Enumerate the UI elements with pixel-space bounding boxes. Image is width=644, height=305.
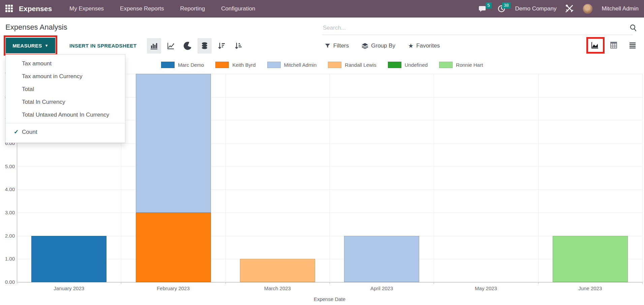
x-axis-tick (121, 282, 121, 284)
legend-swatch (161, 62, 175, 68)
x-axis-label: April 2023 (330, 285, 434, 291)
legend-swatch (388, 62, 401, 68)
check-icon: ✓ (14, 125, 19, 139)
legend-item[interactable]: Marc Demo (161, 62, 204, 68)
bar-segment[interactable] (240, 259, 315, 282)
y-axis-label: 5.00 (0, 163, 15, 169)
x-axis-tick (538, 282, 539, 284)
bar-segment[interactable] (136, 74, 211, 213)
legend-item[interactable]: Mitchell Admin (267, 62, 317, 68)
legend-swatch (267, 62, 281, 68)
y-axis-label: 4.00 (0, 186, 15, 192)
expenses-analysis-chart: Marc DemoKeith ByrdMitchell AdminRandall… (0, 0, 644, 305)
bar-segment[interactable] (136, 213, 211, 282)
menu-item-total[interactable]: Total (6, 83, 125, 96)
menu-item-tax-amount-in-currency[interactable]: Tax amount in Currency (6, 70, 125, 83)
x-axis-tick (225, 282, 226, 284)
grid-line (642, 74, 643, 282)
menu-item-tax-amount[interactable]: Tax amount (6, 57, 125, 70)
legend-item[interactable]: Keith Byrd (215, 62, 255, 68)
legend-label: Randall Lewis (345, 62, 376, 68)
legend-item[interactable]: Ronnie Hart (439, 62, 483, 68)
x-axis-tick (17, 282, 17, 284)
x-axis-tick (330, 282, 330, 284)
y-axis-label: 2.00 (0, 233, 15, 239)
bar-segment[interactable] (344, 236, 419, 282)
menu-separator (6, 123, 125, 123)
legend-label: Ronnie Hart (456, 62, 483, 68)
y-axis-label: 1.00 (0, 256, 15, 262)
y-axis-label: 3.00 (0, 210, 15, 215)
legend-label: Marc Demo (178, 62, 204, 68)
x-axis-label: February 2023 (121, 285, 225, 291)
x-axis-label: June 2023 (538, 285, 642, 291)
x-axis-label: May 2023 (434, 285, 538, 291)
legend-swatch (328, 62, 341, 68)
x-axis-tick (642, 282, 643, 284)
grid-line (225, 74, 226, 282)
x-axis-label: January 2023 (17, 285, 121, 291)
legend-label: Keith Byrd (232, 62, 255, 68)
bar-segment[interactable] (553, 236, 628, 282)
legend-item[interactable]: Undefined (388, 62, 428, 68)
x-axis-tick (434, 282, 434, 284)
menu-item-total-in-currency[interactable]: Total In Currency (6, 96, 125, 109)
grid-line (538, 74, 539, 282)
measures-dropdown: Tax amount Tax amount in Currency Total … (5, 54, 125, 143)
x-axis-label: March 2023 (225, 285, 330, 291)
grid-line (330, 74, 330, 282)
legend-swatch (215, 62, 229, 68)
legend-label: Undefined (405, 62, 428, 68)
grid-line (434, 74, 434, 282)
y-axis-label: 0.00 (0, 279, 15, 285)
x-axis-title: Expense Date (17, 296, 642, 302)
legend-label: Mitchell Admin (284, 62, 317, 68)
bar-segment[interactable] (31, 236, 106, 282)
legend-item[interactable]: Randall Lewis (328, 62, 376, 68)
menu-item-total-untaxed-amount[interactable]: Total Untaxed Amount In Currency (6, 109, 125, 121)
legend-swatch (439, 62, 453, 68)
menu-item-count[interactable]: ✓ Count (6, 125, 125, 139)
